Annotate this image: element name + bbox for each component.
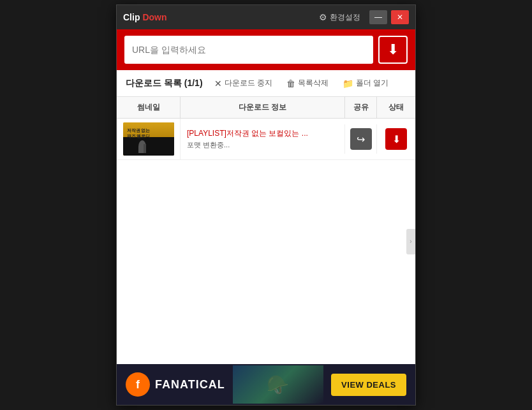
thumbnail-cell: 저작권 없는재즈 멜로디 bbox=[117, 119, 181, 159]
download-toolbar: 다운로드 목록 (1/1) ✕ 다운로드 중지 🗑 목록삭제 📁 폴더 열기 bbox=[117, 70, 415, 97]
table-row: 저작권 없는재즈 멜로디 [PLAYLIST]저작권 없는 보컬있는 ... 포… bbox=[117, 119, 415, 160]
ad-figure-icon: 🪖 bbox=[267, 374, 289, 395]
clear-label: 목록삭제 bbox=[298, 78, 329, 89]
stop-label: 다운로드 중지 bbox=[225, 78, 272, 89]
share-button[interactable]: ↪ bbox=[350, 128, 372, 150]
title-down: Down bbox=[142, 12, 166, 22]
trash-icon: 🗑 bbox=[286, 78, 295, 89]
clear-list-button[interactable]: 🗑 목록삭제 bbox=[284, 77, 331, 90]
download-list-title: 다운로드 목록 (1/1) bbox=[126, 78, 203, 89]
ad-image: 🪖 bbox=[233, 365, 323, 404]
stop-download-button[interactable]: ✕ 다운로드 중지 bbox=[212, 77, 275, 90]
minimize-button[interactable]: — bbox=[369, 10, 387, 24]
folder-label: 폴더 열기 bbox=[356, 78, 388, 89]
empty-space bbox=[117, 160, 415, 364]
fanatical-brand-name: FANATICAL bbox=[155, 378, 225, 392]
table-body: 저작권 없는재즈 멜로디 [PLAYLIST]저작권 없는 보컬있는 ... 포… bbox=[117, 119, 415, 364]
title-clip: Clip bbox=[123, 12, 140, 22]
minimize-icon: — bbox=[374, 13, 382, 22]
video-status: 포맷 변환중... bbox=[187, 140, 230, 150]
download-arrow-icon: ⬇ bbox=[387, 41, 399, 58]
status-cell: ⬇ bbox=[377, 124, 415, 154]
table-header: 썸네일 다운로드 정보 공유 상태 bbox=[117, 97, 415, 119]
title-bar-controls: ⚙ 환경설정 — ✕ bbox=[314, 10, 409, 26]
side-handle[interactable]: › bbox=[406, 229, 415, 254]
close-button[interactable]: ✕ bbox=[391, 10, 409, 24]
col-status: 상태 bbox=[377, 97, 415, 118]
chevron-right-icon: › bbox=[410, 238, 411, 245]
url-input[interactable]: ps://youtu.be/mq4yYqPtKQw?si=cyTN6OEewGo… bbox=[124, 36, 373, 64]
info-cell: [PLAYLIST]저작권 없는 보컬있는 ... 포맷 변환중... bbox=[181, 124, 345, 154]
action-cell: ↪ bbox=[345, 124, 377, 154]
view-deals-button[interactable]: VIEW DEALS bbox=[331, 374, 406, 396]
item-download-icon: ⬇ bbox=[392, 133, 401, 145]
thumbnail-image: 저작권 없는재즈 멜로디 bbox=[123, 122, 174, 156]
main-window: Clip Down ⚙ 환경설정 — ✕ ps://youtu.be/mq4yY… bbox=[116, 4, 416, 406]
url-download-button[interactable]: ⬇ bbox=[378, 36, 408, 64]
video-thumbnail: 저작권 없는재즈 멜로디 bbox=[123, 122, 174, 156]
x-icon: ✕ bbox=[214, 78, 222, 89]
video-title: [PLAYLIST]저작권 없는 보컬있는 ... bbox=[187, 128, 308, 139]
url-bar: ps://youtu.be/mq4yYqPtKQw?si=cyTN6OEewGo… bbox=[117, 29, 415, 70]
fanatical-logo: f FANATICAL bbox=[126, 372, 225, 397]
fanatical-circle-icon: f bbox=[126, 372, 150, 397]
title-bar-text: Clip Down bbox=[123, 12, 314, 22]
title-bar: Clip Down ⚙ 환경설정 — ✕ bbox=[117, 5, 415, 29]
close-icon: ✕ bbox=[397, 13, 403, 22]
open-folder-button[interactable]: 📁 폴더 열기 bbox=[340, 77, 391, 90]
download-table: 썸네일 다운로드 정보 공유 상태 저작권 없는재즈 멜로디 bbox=[117, 97, 415, 364]
ad-banner: f FANATICAL 🪖 VIEW DEALS bbox=[117, 364, 415, 405]
content-area: 다운로드 목록 (1/1) ✕ 다운로드 중지 🗑 목록삭제 📁 폴더 열기 썸… bbox=[117, 70, 415, 364]
col-info: 다운로드 정보 bbox=[181, 97, 345, 118]
col-share: 공유 bbox=[345, 97, 377, 118]
settings-button[interactable]: ⚙ 환경설정 bbox=[314, 10, 366, 26]
item-download-button[interactable]: ⬇ bbox=[385, 128, 407, 150]
share-icon: ↪ bbox=[357, 133, 365, 145]
settings-label: 환경설정 bbox=[330, 12, 360, 23]
view-deals-label: VIEW DEALS bbox=[341, 380, 396, 390]
gear-icon: ⚙ bbox=[319, 12, 327, 22]
col-thumbnail: 썸네일 bbox=[117, 97, 181, 118]
folder-icon: 📁 bbox=[343, 78, 353, 89]
